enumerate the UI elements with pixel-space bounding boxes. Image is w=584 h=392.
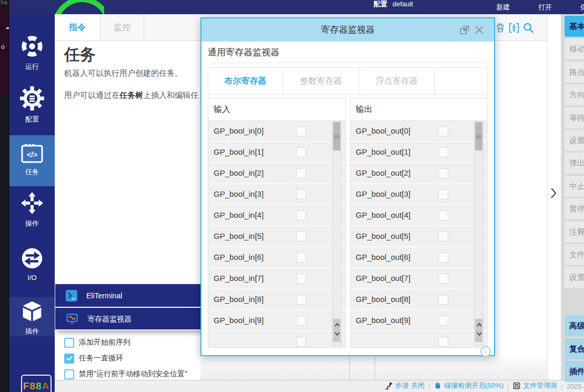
register-row-partial xyxy=(350,331,487,347)
register-checkbox[interactable] xyxy=(438,295,448,305)
sidebar-item-io[interactable]: I/O xyxy=(9,247,55,282)
hand-icon xyxy=(434,381,442,390)
command-tile[interactable]: 复合 xyxy=(565,338,584,359)
checkbox[interactable] xyxy=(64,369,74,379)
register-name: GP_bool_out[4] xyxy=(356,210,410,219)
command-tile[interactable]: 方向 xyxy=(565,84,584,105)
menu-item-eliterminal[interactable]: EliTerminal xyxy=(55,284,202,308)
register-checkbox[interactable] xyxy=(296,232,306,242)
command-tile[interactable]: 文件 xyxy=(565,244,584,265)
tab-instruction[interactable]: 指令 xyxy=(55,14,100,41)
register-row: GP_bool_in[6] xyxy=(208,247,345,268)
command-tile[interactable]: 移动 xyxy=(565,38,584,59)
command-tile[interactable]: 基本 xyxy=(565,16,584,37)
new-button[interactable]: 新建 xyxy=(496,3,510,12)
info-icon[interactable]: i xyxy=(480,346,491,357)
sidebar-item-plugins[interactable]: 插件 xyxy=(9,297,55,336)
delete-icon[interactable] xyxy=(495,22,507,34)
sidebar-item-config[interactable]: 配置 xyxy=(9,86,55,124)
open-button[interactable]: 打开 xyxy=(538,3,552,12)
register-name: GP_bool_out[2] xyxy=(356,168,410,177)
command-tile[interactable]: 插件 xyxy=(565,361,584,382)
register-checkbox[interactable] xyxy=(296,253,306,263)
option-checkbox-row[interactable]: 任务一直循环 xyxy=(64,350,187,366)
scrollbar[interactable] xyxy=(332,121,341,346)
command-tile[interactable]: 路点 xyxy=(565,62,584,83)
register-name: GP_bool_out[7] xyxy=(356,274,410,283)
register-type-tab[interactable]: 整数寄存器 xyxy=(283,68,359,94)
scrollbar-thumb[interactable] xyxy=(475,122,482,150)
option-checkbox-row[interactable]: 添加开始前序列 xyxy=(64,335,187,350)
register-checkbox[interactable] xyxy=(438,232,448,242)
command-tile[interactable]: 中止 xyxy=(565,176,584,197)
collapse-rows-icon[interactable] xyxy=(508,22,520,34)
step-icon xyxy=(384,381,393,390)
scrollbar-arrows[interactable] xyxy=(333,319,340,342)
register-name: GP_bool_out[0] xyxy=(356,126,410,135)
register-type-tab[interactable]: 浮点寄存器 xyxy=(359,68,435,94)
register-checkbox[interactable] xyxy=(438,274,448,284)
register-checkbox[interactable] xyxy=(438,168,448,178)
register-checkbox[interactable] xyxy=(296,210,306,220)
panel-header: 输入 xyxy=(208,98,345,121)
command-tile[interactable]: 高级 xyxy=(565,315,584,336)
command-tile[interactable]: 暂停 xyxy=(565,198,584,219)
scrollbar-thumb[interactable] xyxy=(333,122,340,150)
desktop-background: ha o xyxy=(0,0,9,392)
register-checkbox[interactable] xyxy=(296,274,306,284)
register-checkbox[interactable] xyxy=(296,126,306,136)
register-name: GP_bool_out[5] xyxy=(356,232,410,240)
sidebar-item-run[interactable]: 运行 xyxy=(9,34,55,72)
register-checkbox[interactable] xyxy=(296,147,306,157)
register-row: GP_bool_in[2] xyxy=(208,163,345,184)
register-checkbox[interactable] xyxy=(296,295,306,305)
sidebar-item-operate[interactable]: 操作 xyxy=(9,191,55,228)
robot-id-badge[interactable]: F88A xyxy=(21,375,52,392)
floppy-icon xyxy=(512,381,521,390)
menu-item-register-monitor[interactable]: 寄存器监视器 xyxy=(55,308,202,330)
register-checkbox[interactable] xyxy=(438,210,448,220)
command-tile[interactable]: 等待 xyxy=(565,107,584,128)
register-checkbox[interactable] xyxy=(438,189,448,199)
checkbox[interactable] xyxy=(64,354,74,364)
sidebar-item-task[interactable]: </> 任务 xyxy=(9,135,55,186)
register-row: GP_bool_out[1] xyxy=(350,142,487,163)
page-description: 机器人可以执行用户创建的任务。 xyxy=(64,68,183,78)
register-type-tab[interactable]: 布尔寄存器 xyxy=(208,68,283,94)
robot-id-char: F xyxy=(23,380,30,391)
register-list: GP_bool_in[0] GP_bool_in[1] GP_bool_in[2… xyxy=(208,121,345,347)
terminal-cursor xyxy=(6,27,9,29)
register-name: GP_bool_in[9] xyxy=(214,316,264,325)
command-tile[interactable]: 注释 xyxy=(565,222,584,243)
register-checkbox[interactable] xyxy=(438,316,448,326)
checkbox[interactable] xyxy=(64,338,74,348)
restore-window-icon[interactable] xyxy=(459,25,470,35)
command-tile[interactable]: 弹出 xyxy=(565,153,584,174)
register-row-partial xyxy=(208,331,345,347)
close-icon[interactable] xyxy=(474,25,485,35)
step-mode-status[interactable]: 步进 关闭 xyxy=(384,381,425,390)
config-indicator[interactable]: 配置default xyxy=(374,0,413,9)
collision-detection-status[interactable]: 碰撞检测开启(50%) xyxy=(434,381,504,390)
cube-icon xyxy=(21,316,44,325)
expand-panel-chevron-icon[interactable] xyxy=(549,186,558,200)
register-row: GP_bool_out[2] xyxy=(350,163,487,184)
dialog-titlebar[interactable]: 寄存器监视器 xyxy=(202,18,494,42)
register-checkbox[interactable] xyxy=(438,253,448,263)
left-sidebar: 运行 配置 </> xyxy=(9,14,55,392)
register-checkbox[interactable] xyxy=(296,189,306,199)
register-name: GP_bool_in[8] xyxy=(214,295,264,304)
register-row: GP_bool_in[5] xyxy=(208,226,345,247)
scrollbar[interactable] xyxy=(474,121,484,346)
command-tile[interactable]: 设置 xyxy=(565,130,584,151)
command-tile[interactable]: 设置 xyxy=(565,267,584,288)
register-checkbox[interactable] xyxy=(438,126,448,136)
scrollbar-arrows[interactable] xyxy=(475,319,482,342)
tab-monitor[interactable]: 监控 xyxy=(100,14,144,41)
register-checkbox[interactable] xyxy=(296,316,306,326)
file-manager-button[interactable]: 文件管理器 xyxy=(512,381,557,390)
search-icon[interactable] xyxy=(522,22,534,34)
top-bar: 配置default 新建 打开 保存 xyxy=(9,0,584,14)
register-checkbox[interactable] xyxy=(438,147,448,157)
register-checkbox[interactable] xyxy=(296,168,306,178)
